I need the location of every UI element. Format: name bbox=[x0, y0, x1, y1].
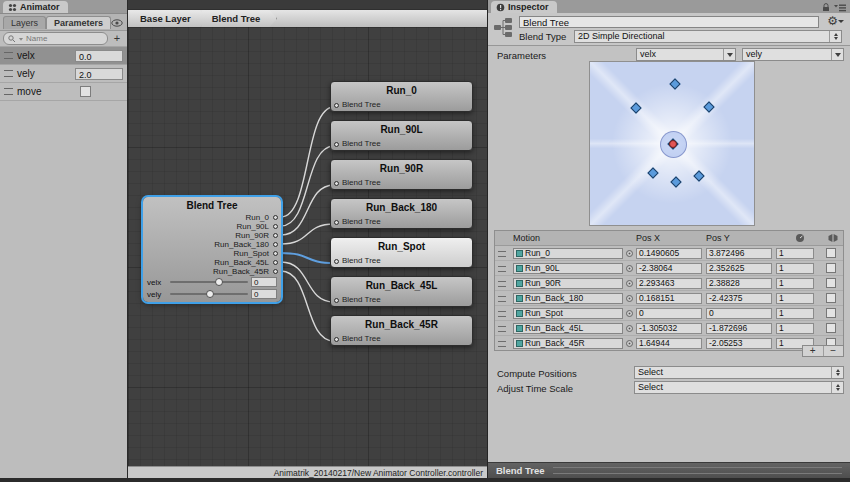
mirror-checkbox[interactable] bbox=[826, 263, 836, 273]
output-port-icon[interactable] bbox=[273, 215, 278, 220]
window-menu-icon[interactable] bbox=[834, 4, 846, 12]
slider-thumb[interactable] bbox=[206, 290, 214, 298]
output-port-icon[interactable] bbox=[273, 224, 278, 229]
slider-track[interactable] bbox=[170, 293, 248, 295]
wire-Run_Back_45L[interactable] bbox=[281, 262, 334, 302]
graph-canvas[interactable]: Blend Tree Run_0Run_90LRun_90RRun_Back_1… bbox=[128, 27, 487, 466]
motion-row-Run_Back_45L[interactable]: Run_Back_45L-1.305032-1.8726961 bbox=[495, 321, 843, 336]
parameter-value-field[interactable]: 2.0 bbox=[75, 68, 123, 80]
pos-y-field[interactable]: 3.872496 bbox=[706, 248, 772, 259]
motion-node-Run_Back_45L[interactable]: Run_Back_45LBlend Tree bbox=[330, 276, 473, 307]
motion-point-Run_Back_180[interactable] bbox=[670, 176, 681, 187]
motion-point-Run_0[interactable] bbox=[670, 78, 681, 89]
input-port-icon[interactable] bbox=[334, 103, 339, 108]
input-port-icon[interactable] bbox=[334, 220, 339, 225]
speed-field[interactable]: 1 bbox=[776, 293, 814, 304]
pos-y-field[interactable]: -2.42375 bbox=[706, 293, 772, 304]
speed-field[interactable]: 1 bbox=[776, 248, 814, 259]
output-port-icon[interactable] bbox=[273, 260, 278, 265]
motion-row-Run_90R[interactable]: Run_90R2.2934632.388281 bbox=[495, 276, 843, 291]
motion-row-Run_Back_45R[interactable]: Run_Back_45R1.64944-2.052531 bbox=[495, 336, 843, 350]
motion-point-Run_90R[interactable] bbox=[703, 101, 714, 112]
object-picker-icon[interactable] bbox=[626, 280, 633, 287]
wire-Run_0[interactable] bbox=[281, 107, 334, 217]
pos-x-field[interactable]: -1.305032 bbox=[636, 323, 702, 334]
mirror-checkbox[interactable] bbox=[826, 323, 836, 333]
pos-y-field[interactable]: 2.38828 bbox=[706, 278, 772, 289]
tab-layers[interactable]: Layers bbox=[3, 16, 46, 29]
input-port-icon[interactable] bbox=[334, 142, 339, 147]
blend-tree-node[interactable]: Blend Tree Run_0Run_90LRun_90RRun_Back_1… bbox=[143, 197, 281, 302]
motion-object-field[interactable]: Run_90R bbox=[513, 278, 623, 289]
slider-track[interactable] bbox=[170, 281, 248, 283]
output-port-icon[interactable] bbox=[273, 269, 278, 274]
preview-bar[interactable]: Blend Tree bbox=[488, 462, 850, 478]
motion-object-field[interactable]: Run_Back_180 bbox=[513, 293, 623, 304]
pos-x-field[interactable]: 0 bbox=[636, 308, 702, 319]
param-x-dropdown[interactable]: velx bbox=[636, 48, 736, 61]
pos-y-field[interactable]: -2.05253 bbox=[706, 338, 772, 349]
blend-type-dropdown[interactable]: 2D Simple Directional bbox=[574, 30, 842, 43]
eye-icon[interactable] bbox=[111, 19, 123, 27]
adjust-time-scale-dropdown[interactable]: Select bbox=[634, 381, 844, 394]
tab-parameters[interactable]: Parameters bbox=[46, 16, 111, 29]
param-y-dropdown[interactable]: vely bbox=[742, 48, 844, 61]
parameter-row-move[interactable]: move bbox=[0, 83, 127, 101]
pos-x-field[interactable]: 2.293463 bbox=[636, 278, 702, 289]
pos-y-field[interactable]: 0 bbox=[706, 308, 772, 319]
motion-object-field[interactable]: Run_Back_45R bbox=[513, 338, 623, 349]
mirror-checkbox[interactable] bbox=[826, 308, 836, 318]
input-port-icon[interactable] bbox=[334, 181, 339, 186]
motion-node-Run_90L[interactable]: Run_90LBlend Tree bbox=[330, 120, 473, 151]
slider-value-field[interactable]: 0 bbox=[251, 289, 277, 299]
pos-x-field[interactable]: -2.38064 bbox=[636, 263, 702, 274]
parameter-checkbox[interactable] bbox=[80, 86, 91, 97]
current-position-point[interactable] bbox=[669, 140, 677, 148]
motion-object-field[interactable]: Run_90L bbox=[513, 263, 623, 274]
add-parameter-button[interactable]: + bbox=[110, 32, 124, 45]
pos-y-field[interactable]: 2.352625 bbox=[706, 263, 772, 274]
motion-object-field[interactable]: Run_Back_45L bbox=[513, 323, 623, 334]
output-port-icon[interactable] bbox=[273, 233, 278, 238]
slider-value-field[interactable]: 0 bbox=[251, 277, 277, 287]
lock-icon[interactable] bbox=[822, 3, 830, 12]
pos-y-field[interactable]: -1.872696 bbox=[706, 323, 772, 334]
motion-node-Run_90R[interactable]: Run_90RBlend Tree bbox=[330, 159, 473, 190]
motion-row-Run_0[interactable]: Run_00.14906053.8724961 bbox=[495, 246, 843, 261]
speed-field[interactable]: 1 bbox=[776, 263, 814, 274]
speed-field[interactable]: 1 bbox=[776, 323, 814, 334]
motion-point-Run_Back_45L[interactable] bbox=[647, 167, 658, 178]
mirror-checkbox[interactable] bbox=[826, 278, 836, 288]
object-picker-icon[interactable] bbox=[626, 250, 633, 257]
object-picker-icon[interactable] bbox=[626, 295, 633, 302]
motion-row-Run_Back_180[interactable]: Run_Back_1800.168151-2.423751 bbox=[495, 291, 843, 306]
motion-node-Run_0[interactable]: Run_0Blend Tree bbox=[330, 81, 473, 112]
preview-drag-handle[interactable] bbox=[553, 467, 842, 474]
search-input[interactable]: Name bbox=[3, 32, 108, 45]
input-port-icon[interactable] bbox=[334, 259, 339, 264]
remove-motion-button[interactable]: − bbox=[824, 346, 844, 356]
breadcrumb-base-layer[interactable]: Base Layer bbox=[130, 10, 208, 27]
mirror-checkbox[interactable] bbox=[826, 248, 836, 258]
pos-x-field[interactable]: 0.1490605 bbox=[636, 248, 702, 259]
parameter-value-field[interactable]: 0.0 bbox=[75, 50, 123, 62]
input-port-icon[interactable] bbox=[334, 337, 339, 342]
parameter-row-velx[interactable]: velx0.0 bbox=[0, 47, 127, 65]
motion-node-Run_Spot[interactable]: Run_SpotBlend Tree bbox=[330, 237, 473, 268]
object-picker-icon[interactable] bbox=[626, 325, 633, 332]
object-picker-icon[interactable] bbox=[626, 310, 633, 317]
motion-point-Run_Back_45R[interactable] bbox=[693, 170, 704, 181]
speed-field[interactable]: 1 bbox=[776, 278, 814, 289]
blend-tree-name-field[interactable]: Blend Tree bbox=[519, 16, 819, 28]
output-port-icon[interactable] bbox=[273, 251, 278, 256]
wire-Run_Spot[interactable] bbox=[281, 253, 334, 263]
tab-inspector[interactable]: Inspector bbox=[491, 1, 557, 13]
object-picker-icon[interactable] bbox=[626, 265, 633, 272]
pos-x-field[interactable]: 1.64944 bbox=[636, 338, 702, 349]
motion-object-field[interactable]: Run_Spot bbox=[513, 308, 623, 319]
wire-Run_90R[interactable] bbox=[281, 185, 334, 235]
mirror-checkbox[interactable] bbox=[826, 293, 836, 303]
tab-animator[interactable]: Animator bbox=[3, 1, 68, 13]
motion-object-field[interactable]: Run_0 bbox=[513, 248, 623, 259]
pos-x-field[interactable]: 0.168151 bbox=[636, 293, 702, 304]
